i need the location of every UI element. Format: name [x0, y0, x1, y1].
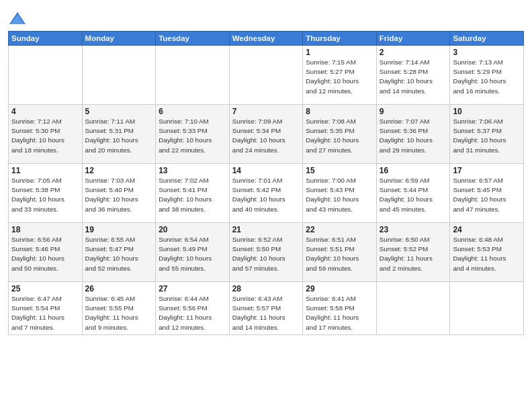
cell-date: 12 [85, 166, 153, 175]
calendar-cell: 19Sunrise: 6:55 AM Sunset: 5:47 PM Dayli… [82, 223, 156, 282]
cell-date: 17 [453, 166, 521, 175]
calendar-cell [450, 282, 524, 335]
calendar-cell: 24Sunrise: 6:48 AM Sunset: 5:53 PM Dayli… [450, 223, 524, 282]
cell-date: 10 [453, 107, 521, 116]
calendar-cell: 6Sunrise: 7:10 AM Sunset: 5:33 PM Daylig… [156, 105, 230, 164]
day-header-saturday: Saturday [450, 32, 524, 46]
calendar-cell: 10Sunrise: 7:06 AM Sunset: 5:37 PM Dayli… [450, 105, 524, 164]
cell-date: 6 [159, 107, 226, 116]
day-header-wednesday: Wednesday [229, 32, 303, 46]
calendar-cell: 9Sunrise: 7:07 AM Sunset: 5:36 PM Daylig… [376, 105, 450, 164]
day-header-friday: Friday [376, 32, 450, 46]
calendar-cell: 8Sunrise: 7:08 AM Sunset: 5:35 PM Daylig… [303, 105, 377, 164]
cell-date: 21 [232, 225, 300, 234]
calendar-cell: 7Sunrise: 7:09 AM Sunset: 5:34 PM Daylig… [229, 105, 303, 164]
cell-date: 26 [85, 284, 153, 293]
calendar-cell: 11Sunrise: 7:05 AM Sunset: 5:38 PM Dayli… [9, 164, 83, 223]
cell-info: Sunrise: 7:14 AM Sunset: 5:28 PM Dayligh… [380, 58, 447, 96]
cell-info: Sunrise: 6:57 AM Sunset: 5:45 PM Dayligh… [453, 176, 521, 214]
day-header-sunday: Sunday [9, 32, 83, 46]
cell-info: Sunrise: 6:52 AM Sunset: 5:50 PM Dayligh… [232, 235, 300, 273]
cell-info: Sunrise: 6:48 AM Sunset: 5:53 PM Dayligh… [453, 235, 521, 273]
cell-date: 27 [159, 284, 226, 293]
logo-icon [8, 9, 27, 28]
cell-date: 3 [453, 48, 521, 57]
calendar-cell: 4Sunrise: 7:12 AM Sunset: 5:30 PM Daylig… [9, 105, 83, 164]
calendar-cell: 2Sunrise: 7:14 AM Sunset: 5:28 PM Daylig… [376, 46, 450, 105]
cell-info: Sunrise: 7:05 AM Sunset: 5:38 PM Dayligh… [11, 176, 79, 214]
cell-info: Sunrise: 7:01 AM Sunset: 5:42 PM Dayligh… [232, 176, 300, 214]
calendar-cell: 17Sunrise: 6:57 AM Sunset: 5:45 PM Dayli… [450, 164, 524, 223]
cell-info: Sunrise: 7:03 AM Sunset: 5:40 PM Dayligh… [85, 176, 153, 214]
cell-info: Sunrise: 7:15 AM Sunset: 5:27 PM Dayligh… [306, 58, 373, 96]
cell-date: 11 [11, 166, 79, 175]
cell-info: Sunrise: 7:10 AM Sunset: 5:33 PM Dayligh… [159, 117, 226, 155]
week-row-1: 1Sunrise: 7:15 AM Sunset: 5:27 PM Daylig… [9, 46, 524, 105]
calendar-cell [376, 282, 450, 335]
cell-info: Sunrise: 7:06 AM Sunset: 5:37 PM Dayligh… [453, 117, 521, 155]
cell-info: Sunrise: 6:59 AM Sunset: 5:44 PM Dayligh… [380, 176, 447, 214]
cell-date: 5 [85, 107, 153, 116]
week-row-2: 4Sunrise: 7:12 AM Sunset: 5:30 PM Daylig… [9, 105, 524, 164]
cell-info: Sunrise: 6:44 AM Sunset: 5:56 PM Dayligh… [159, 294, 226, 332]
cell-info: Sunrise: 7:11 AM Sunset: 5:31 PM Dayligh… [85, 117, 153, 155]
cell-info: Sunrise: 6:50 AM Sunset: 5:52 PM Dayligh… [380, 235, 447, 273]
cell-date: 15 [306, 166, 373, 175]
week-row-5: 25Sunrise: 6:47 AM Sunset: 5:54 PM Dayli… [9, 282, 524, 335]
calendar-cell: 3Sunrise: 7:13 AM Sunset: 5:29 PM Daylig… [450, 46, 524, 105]
cell-date: 29 [306, 284, 373, 293]
page-container: SundayMondayTuesdayWednesdayThursdayFrid… [0, 0, 532, 339]
calendar-cell: 26Sunrise: 6:45 AM Sunset: 5:55 PM Dayli… [82, 282, 156, 335]
week-row-4: 18Sunrise: 6:56 AM Sunset: 5:46 PM Dayli… [9, 223, 524, 282]
calendar-cell: 21Sunrise: 6:52 AM Sunset: 5:50 PM Dayli… [229, 223, 303, 282]
cell-date: 9 [380, 107, 447, 116]
cell-info: Sunrise: 7:00 AM Sunset: 5:43 PM Dayligh… [306, 176, 373, 214]
calendar-table: SundayMondayTuesdayWednesdayThursdayFrid… [8, 31, 524, 335]
cell-info: Sunrise: 6:41 AM Sunset: 5:58 PM Dayligh… [306, 294, 373, 332]
cell-date: 7 [232, 107, 300, 116]
calendar-cell [82, 46, 156, 105]
calendar-cell: 25Sunrise: 6:47 AM Sunset: 5:54 PM Dayli… [9, 282, 83, 335]
day-header-thursday: Thursday [303, 32, 377, 46]
header-row [8, 7, 524, 28]
calendar-cell: 14Sunrise: 7:01 AM Sunset: 5:42 PM Dayli… [229, 164, 303, 223]
cell-info: Sunrise: 7:02 AM Sunset: 5:41 PM Dayligh… [159, 176, 226, 214]
logo [8, 9, 30, 28]
cell-date: 1 [306, 48, 373, 57]
calendar-cell: 23Sunrise: 6:50 AM Sunset: 5:52 PM Dayli… [376, 223, 450, 282]
cell-date: 25 [11, 284, 79, 293]
calendar-cell [229, 46, 303, 105]
calendar-cell: 18Sunrise: 6:56 AM Sunset: 5:46 PM Dayli… [9, 223, 83, 282]
calendar-cell: 5Sunrise: 7:11 AM Sunset: 5:31 PM Daylig… [82, 105, 156, 164]
cell-date: 8 [306, 107, 373, 116]
cell-date: 4 [11, 107, 79, 116]
cell-date: 18 [11, 225, 79, 234]
cell-info: Sunrise: 7:08 AM Sunset: 5:35 PM Dayligh… [306, 117, 373, 155]
calendar-cell [156, 46, 230, 105]
cell-date: 13 [159, 166, 226, 175]
day-header-tuesday: Tuesday [156, 32, 230, 46]
cell-info: Sunrise: 7:07 AM Sunset: 5:36 PM Dayligh… [380, 117, 447, 155]
cell-info: Sunrise: 6:51 AM Sunset: 5:51 PM Dayligh… [306, 235, 373, 273]
cell-date: 20 [159, 225, 226, 234]
cell-date: 2 [380, 48, 447, 57]
cell-date: 22 [306, 225, 373, 234]
calendar-cell: 28Sunrise: 6:43 AM Sunset: 5:57 PM Dayli… [229, 282, 303, 335]
cell-info: Sunrise: 6:55 AM Sunset: 5:47 PM Dayligh… [85, 235, 153, 273]
days-header-row: SundayMondayTuesdayWednesdayThursdayFrid… [9, 32, 524, 46]
calendar-cell [9, 46, 83, 105]
cell-date: 14 [232, 166, 300, 175]
cell-info: Sunrise: 6:56 AM Sunset: 5:46 PM Dayligh… [11, 235, 79, 273]
calendar-cell: 12Sunrise: 7:03 AM Sunset: 5:40 PM Dayli… [82, 164, 156, 223]
cell-info: Sunrise: 6:45 AM Sunset: 5:55 PM Dayligh… [85, 294, 153, 332]
cell-info: Sunrise: 7:09 AM Sunset: 5:34 PM Dayligh… [232, 117, 300, 155]
cell-info: Sunrise: 6:54 AM Sunset: 5:49 PM Dayligh… [159, 235, 226, 273]
cell-info: Sunrise: 6:47 AM Sunset: 5:54 PM Dayligh… [11, 294, 79, 332]
calendar-cell: 15Sunrise: 7:00 AM Sunset: 5:43 PM Dayli… [303, 164, 377, 223]
cell-date: 23 [380, 225, 447, 234]
calendar-cell: 20Sunrise: 6:54 AM Sunset: 5:49 PM Dayli… [156, 223, 230, 282]
calendar-cell: 1Sunrise: 7:15 AM Sunset: 5:27 PM Daylig… [303, 46, 377, 105]
week-row-3: 11Sunrise: 7:05 AM Sunset: 5:38 PM Dayli… [9, 164, 524, 223]
cell-info: Sunrise: 7:12 AM Sunset: 5:30 PM Dayligh… [11, 117, 79, 155]
cell-date: 16 [380, 166, 447, 175]
